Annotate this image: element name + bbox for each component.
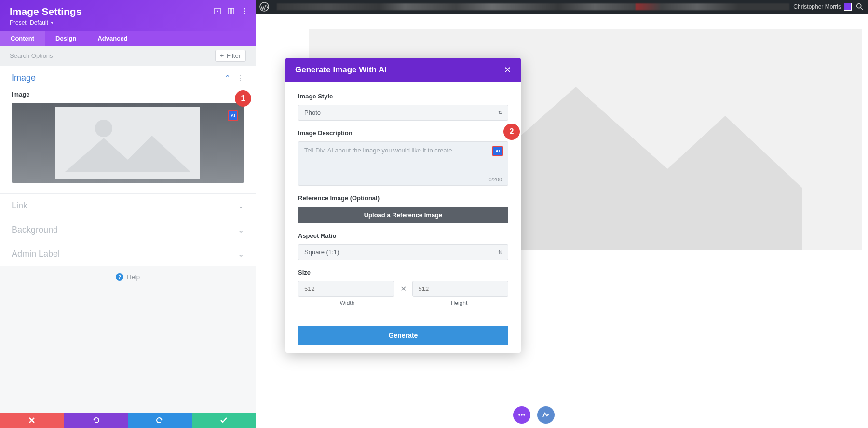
caret-down-icon: ▼ xyxy=(50,21,54,25)
search-options-input[interactable]: Search Options xyxy=(10,52,53,59)
svg-point-18 xyxy=(521,414,523,416)
bottom-actions xyxy=(0,413,256,428)
svg-marker-14 xyxy=(161,419,163,421)
preset-selector[interactable]: Preset: Default ▼ xyxy=(10,19,246,26)
aspect-ratio-select[interactable]: Square (1:1) ⇅ xyxy=(298,244,508,260)
callout-2: 2 xyxy=(503,124,520,140)
description-textarea[interactable]: Tell Divi AI about the image you would l… xyxy=(298,141,508,186)
size-label: Size xyxy=(298,269,508,276)
image-upload-area[interactable]: AI xyxy=(12,103,244,183)
section-image-header[interactable]: Image ⌃ ⋮ xyxy=(0,66,256,90)
chevron-down-icon: ⌄ xyxy=(238,249,244,259)
redacted-menu xyxy=(277,3,789,10)
section-image: Image ⌃ ⋮ Image AI xyxy=(0,66,256,194)
more-fab[interactable] xyxy=(513,406,530,424)
chevron-down-icon: ⌄ xyxy=(238,201,244,210)
upload-reference-button[interactable]: Upload a Reference Image xyxy=(298,207,508,223)
wp-logo-icon[interactable] xyxy=(259,2,269,12)
search-icon[interactable] xyxy=(855,2,864,11)
desc-label: Image Description xyxy=(298,129,508,137)
svg-point-4 xyxy=(217,11,218,12)
svg-point-11 xyxy=(95,120,112,137)
ai-button[interactable]: AI xyxy=(228,110,238,121)
close-button[interactable] xyxy=(0,413,64,428)
height-sublabel: Height xyxy=(410,300,508,306)
help-icon: ? xyxy=(116,273,123,281)
ai-modal: Generate Image With AI ✕ Image Style Pho… xyxy=(285,58,521,353)
generate-button[interactable]: Generate xyxy=(298,326,508,345)
svg-rect-5 xyxy=(228,8,231,14)
svg-rect-6 xyxy=(231,8,234,14)
admin-user-name: Christopher Morris xyxy=(793,3,841,10)
tab-design[interactable]: Design xyxy=(45,31,87,46)
settings-tabs: Content Design Advanced xyxy=(0,31,256,46)
chevron-down-icon: ⌄ xyxy=(238,225,244,235)
section-background-header[interactable]: Background ⌄ xyxy=(0,218,256,242)
ratio-label: Aspect Ratio xyxy=(298,232,508,239)
select-caret-icon: ⇅ xyxy=(498,249,502,255)
svg-point-7 xyxy=(244,8,245,10)
more-icon[interactable] xyxy=(240,7,249,15)
svg-point-1 xyxy=(857,4,861,8)
callout-1: 1 xyxy=(235,90,251,107)
width-sublabel: Width xyxy=(298,300,396,306)
ai-fab[interactable] xyxy=(537,406,555,424)
ref-label: Reference Image (Optional) xyxy=(298,194,508,202)
svg-marker-13 xyxy=(93,419,95,421)
panel-title: Image Settings xyxy=(10,6,246,17)
section-link: Link ⌄ xyxy=(0,194,256,218)
panel-header: Image Settings Preset: Default ▼ xyxy=(0,0,256,31)
height-input[interactable] xyxy=(412,281,509,297)
search-row: Search Options + Filter xyxy=(0,46,256,66)
filter-button[interactable]: + Filter xyxy=(215,50,246,62)
close-icon[interactable]: ✕ xyxy=(504,65,511,75)
save-button[interactable] xyxy=(192,413,256,428)
tab-content[interactable]: Content xyxy=(0,31,45,46)
redo-button[interactable] xyxy=(128,413,192,428)
style-label: Image Style xyxy=(298,93,508,100)
svg-point-8 xyxy=(244,11,245,12)
image-field-label: Image xyxy=(12,91,244,98)
undo-button[interactable] xyxy=(64,413,128,428)
width-input[interactable] xyxy=(298,281,394,297)
plus-icon: + xyxy=(220,52,224,59)
svg-point-19 xyxy=(523,414,525,416)
tab-advanced[interactable]: Advanced xyxy=(87,31,138,46)
section-background: Background ⌄ xyxy=(0,218,256,242)
settings-panel: Image Settings Preset: Default ▼ Content… xyxy=(0,0,256,428)
svg-line-2 xyxy=(861,8,863,10)
section-admin-label: Admin Label ⌄ xyxy=(0,242,256,266)
admin-user-link[interactable]: Christopher Morris xyxy=(793,3,852,11)
style-select[interactable]: Photo ⇅ xyxy=(298,105,508,121)
avatar-icon xyxy=(844,3,852,11)
select-caret-icon: ⇅ xyxy=(498,110,502,115)
layout-icon[interactable] xyxy=(227,7,235,15)
help-link[interactable]: ? Help xyxy=(0,266,256,288)
svg-point-17 xyxy=(518,414,520,416)
image-placeholder-icon xyxy=(55,107,200,179)
modal-header: Generate Image With AI ✕ xyxy=(285,58,521,82)
wp-admin-bar: Christopher Morris xyxy=(256,0,868,14)
svg-point-9 xyxy=(244,13,245,14)
modal-title: Generate Image With AI xyxy=(295,65,387,75)
section-link-header[interactable]: Link ⌄ xyxy=(0,194,256,218)
chevron-up-icon: ⌃ xyxy=(224,73,231,83)
times-icon: ✕ xyxy=(400,284,407,293)
char-counter: 0/200 xyxy=(488,177,502,182)
expand-icon[interactable] xyxy=(213,7,222,15)
section-admin-label-header[interactable]: Admin Label ⌄ xyxy=(0,242,256,266)
ai-button[interactable]: AI xyxy=(492,146,503,156)
section-more-icon[interactable]: ⋮ xyxy=(236,73,244,83)
